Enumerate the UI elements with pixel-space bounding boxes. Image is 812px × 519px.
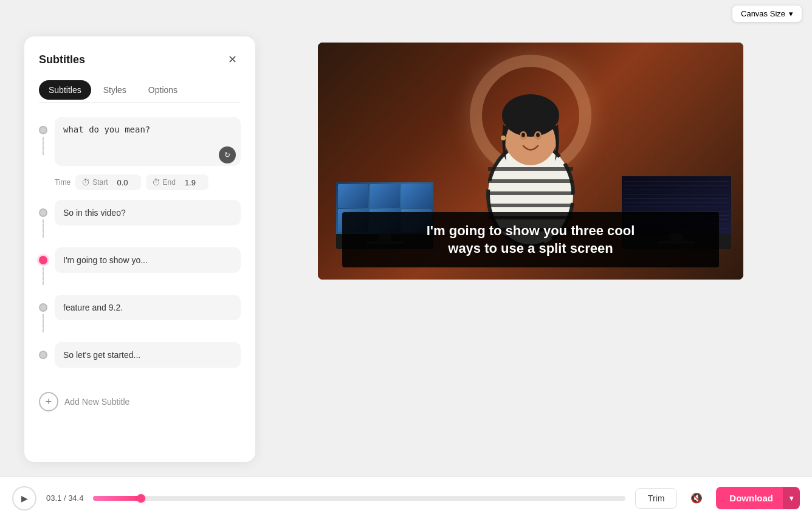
timeline-item-5: So let's get started... xyxy=(39,342,241,368)
timeline-item: what do you mean? ↻ Time ⏱ Start ⏱ End xyxy=(39,117,241,190)
time-row: Time ⏱ Start ⏱ End xyxy=(55,174,241,190)
timeline-dot-wrapper-5 xyxy=(39,342,47,359)
progress-thumb xyxy=(137,494,145,503)
subtitles-list: what do you mean? ↻ Time ⏱ Start ⏱ End xyxy=(39,117,241,377)
panel-header: Subtitles ✕ xyxy=(39,51,241,68)
timeline-line xyxy=(43,137,44,155)
subtitle-card-2[interactable]: So in this video? xyxy=(55,200,241,225)
subtitle-overlay-text: I'm going to show you three cool ways to… xyxy=(357,222,704,258)
subtitle-card-5[interactable]: So let's get started... xyxy=(55,342,241,368)
play-button[interactable]: ▶ xyxy=(12,486,36,510)
add-icon: + xyxy=(39,392,58,411)
download-dropdown-arrow[interactable]: ▾ xyxy=(783,487,800,509)
play-icon: ▶ xyxy=(21,493,28,503)
tab-subtitles[interactable]: Subtitles xyxy=(39,80,91,100)
progress-bar[interactable] xyxy=(93,496,625,501)
main-content: Subtitles ✕ Subtitles Styles Options wha… xyxy=(0,24,812,476)
subtitle-card-4[interactable]: feature and 9.2. xyxy=(55,295,241,320)
volume-button[interactable]: 🔇 xyxy=(687,489,706,508)
tabs-row: Subtitles Styles Options xyxy=(39,80,241,103)
timeline-item: So in this video? xyxy=(39,200,241,238)
end-time-group: ⏱ End xyxy=(146,174,208,190)
timeline-dot-4 xyxy=(39,303,47,312)
time-display: 03.1 / 34.4 xyxy=(46,493,83,503)
timeline-dot-2 xyxy=(39,208,47,217)
svg-point-13 xyxy=(521,133,525,137)
volume-icon: 🔇 xyxy=(690,492,703,504)
subtitle-line-1: I'm going to show you three cool xyxy=(427,223,635,238)
svg-point-14 xyxy=(536,133,540,137)
timeline-line-4 xyxy=(43,314,44,332)
clock-icon-end: ⏱ xyxy=(152,177,160,187)
svg-rect-5 xyxy=(488,204,573,207)
timeline-dot xyxy=(39,126,47,134)
canvas-size-button[interactable]: Canvas Size ▾ xyxy=(732,5,802,22)
thumb-3 xyxy=(401,184,432,208)
refresh-button-1[interactable]: ↻ xyxy=(219,146,236,163)
progress-bar-fill xyxy=(93,496,141,501)
svg-point-15 xyxy=(501,136,506,140)
timeline-dot-wrapper-4 xyxy=(39,295,47,332)
timeline-item-active: I'm going to show yo... xyxy=(39,247,241,285)
subtitle-text-2: So in this video? xyxy=(63,208,126,218)
trim-button[interactable]: Trim xyxy=(635,488,677,509)
start-time-input[interactable] xyxy=(111,178,135,187)
timeline-dot-5 xyxy=(39,351,47,359)
timeline-line-3 xyxy=(43,267,44,285)
svg-rect-3 xyxy=(488,179,573,183)
download-label: Download xyxy=(729,493,773,503)
video-container: I'm going to show you three cool ways to… xyxy=(318,43,743,280)
panel-title: Subtitles xyxy=(39,53,85,66)
end-label: End xyxy=(163,178,176,187)
add-subtitle-label: Add New Subtitle xyxy=(64,397,129,407)
expanded-card-wrapper: what do you mean? ↻ xyxy=(55,117,241,168)
video-scene: I'm going to show you three cool ways to… xyxy=(318,43,743,280)
start-time-group: ⏱ Start xyxy=(75,174,140,190)
time-label: Time xyxy=(55,178,71,187)
timeline-dot-wrapper-3 xyxy=(39,247,47,285)
subtitle-textarea-1[interactable]: what do you mean? xyxy=(55,117,241,166)
download-button[interactable]: Download ▾ xyxy=(716,487,800,509)
subtitle-text-3: I'm going to show yo... xyxy=(63,255,148,265)
thumb-2 xyxy=(370,184,400,208)
svg-point-10 xyxy=(502,94,559,137)
subtitle-text-4: feature and 9.2. xyxy=(63,303,123,312)
canvas-size-label: Canvas Size xyxy=(741,9,785,18)
tab-options[interactable]: Options xyxy=(139,80,187,100)
timeline-line-2 xyxy=(43,219,44,238)
trim-label: Trim xyxy=(648,493,664,503)
timeline-item-4: feature and 9.2. xyxy=(39,295,241,332)
top-bar: Canvas Size ▾ xyxy=(722,0,812,27)
timeline-dot-wrapper xyxy=(39,117,47,155)
player-bar: ▶ 03.1 / 34.4 Trim 🔇 Download ▾ xyxy=(0,476,812,519)
chevron-down-icon: ▾ xyxy=(789,9,793,18)
close-button[interactable]: ✕ xyxy=(224,51,241,68)
end-time-input[interactable] xyxy=(178,178,202,187)
subtitle-card-expanded: what do you mean? ↻ Time ⏱ Start ⏱ End xyxy=(55,117,241,190)
timeline-dot-wrapper-2 xyxy=(39,200,47,238)
thumb-1 xyxy=(338,184,368,208)
subtitle-card-active[interactable]: I'm going to show yo... xyxy=(55,247,241,273)
timeline-dot-active xyxy=(39,256,47,264)
subtitle-text-5: So let's get started... xyxy=(63,350,140,360)
svg-rect-2 xyxy=(488,167,573,171)
subtitle-overlay: I'm going to show you three cool ways to… xyxy=(342,212,719,267)
clock-icon: ⏱ xyxy=(81,177,90,187)
tab-styles[interactable]: Styles xyxy=(94,80,136,100)
subtitle-line-2: ways to use a split screen xyxy=(448,241,613,256)
svg-rect-4 xyxy=(488,191,573,195)
add-subtitle-button[interactable]: + Add New Subtitle xyxy=(39,387,241,416)
start-label: Start xyxy=(92,178,108,187)
video-preview: I'm going to show you three cool ways to… xyxy=(274,36,788,280)
subtitles-panel: Subtitles ✕ Subtitles Styles Options wha… xyxy=(24,36,255,462)
